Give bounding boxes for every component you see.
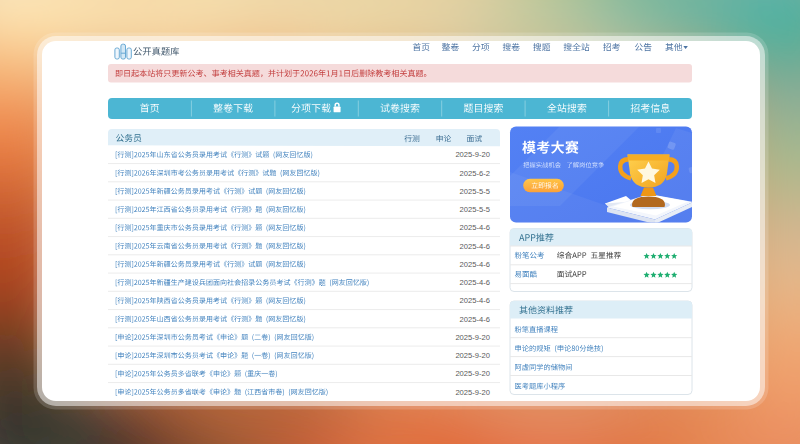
svg-text:2025-9-20: 2025-9-20 — [455, 351, 490, 360]
svg-text:2025-4-6: 2025-4-6 — [460, 296, 490, 305]
svg-text:2025-9-20: 2025-9-20 — [455, 150, 490, 159]
svg-text:2025-4-6: 2025-4-6 — [460, 260, 490, 269]
svg-text:2025-4-6: 2025-4-6 — [460, 278, 490, 287]
svg-text:2025-5-5: 2025-5-5 — [460, 187, 490, 196]
svg-text:2025-4-6: 2025-4-6 — [460, 242, 490, 251]
svg-text:2025-9-20: 2025-9-20 — [455, 333, 490, 342]
svg-text:2025-5-5: 2025-5-5 — [460, 205, 490, 214]
svg-text:2025-9-20: 2025-9-20 — [455, 369, 490, 378]
svg-text:2025-4-6: 2025-4-6 — [460, 223, 490, 232]
svg-text:2025-6-2: 2025-6-2 — [460, 169, 490, 178]
svg-text:2025-9-20: 2025-9-20 — [455, 388, 490, 397]
svg-text:2025-4-6: 2025-4-6 — [460, 315, 490, 324]
